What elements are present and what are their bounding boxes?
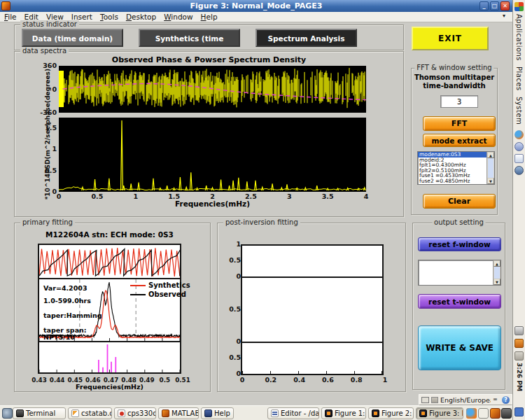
window-titlebar[interactable]: Figure 3: Normal_Mode_PAGE3 xyxy=(0,0,512,12)
scroll-down-icon[interactable] xyxy=(487,178,494,184)
firefox-tray-icon[interactable] xyxy=(466,408,477,419)
taskbar-item-help[interactable]: Help xyxy=(201,407,234,419)
layout-menu-icon[interactable] xyxy=(493,396,500,403)
matlab-tray-icon[interactable] xyxy=(490,408,500,419)
taskbar-item-terminal[interactable]: Terminal xyxy=(13,407,66,419)
output-setting-panel: output setting reset f-window reset t-wi… xyxy=(412,223,505,390)
menu-tools[interactable]: Tools xyxy=(100,13,118,21)
window-tray-icon[interactable] xyxy=(478,408,489,419)
display-tray-icon[interactable] xyxy=(501,408,512,419)
synthetics-time-domain-button[interactable]: Synthetics (time domain) xyxy=(139,29,240,47)
psd-peak xyxy=(190,172,192,190)
tick-label: 3 xyxy=(277,193,301,200)
keyboard-layout-label[interactable]: English/European xyxy=(440,396,491,404)
printer-icon[interactable] xyxy=(514,326,524,335)
tick-label: 0.2 xyxy=(259,377,283,384)
applications-menu[interactable]: Applications xyxy=(515,14,523,61)
scrollbar-thumb[interactable] xyxy=(494,267,500,279)
menu-help[interactable]: Help xyxy=(201,13,218,21)
maximize-icon[interactable] xyxy=(490,1,499,10)
fit-xlabel: Frequencies(mHz) xyxy=(38,383,181,391)
tick-label: 0 xyxy=(47,193,71,200)
menu-desktop[interactable]: Desktop xyxy=(126,13,156,21)
tick-label: 0.8 xyxy=(344,377,368,384)
output-listbox[interactable] xyxy=(418,260,501,286)
tick-label: 1.5 xyxy=(37,125,57,132)
status-indicator-panel: status indicator Data (time domain) Synt… xyxy=(14,24,404,50)
psd-peak xyxy=(281,188,283,190)
mode-stem-plot[interactable] xyxy=(38,341,181,374)
dock-arrow-icon[interactable]: ▾ xyxy=(503,13,505,19)
keyboard-icon[interactable] xyxy=(421,397,429,403)
scrollbar-thumb[interactable] xyxy=(488,158,493,178)
exit-button[interactable]: EXIT xyxy=(412,27,489,50)
taskbar-item-figure1[interactable]: Figure 1: N... xyxy=(321,407,366,419)
system-menu[interactable]: System xyxy=(515,97,523,125)
psd-peak xyxy=(232,181,234,190)
scrollbar[interactable] xyxy=(486,152,494,184)
psd-plot[interactable] xyxy=(59,118,366,192)
mail-icon[interactable] xyxy=(514,142,524,151)
axis-tick-mark xyxy=(242,371,243,374)
clear-button[interactable]: Clear xyxy=(423,194,496,209)
observed-legend-swatch xyxy=(130,294,146,295)
archive-icon[interactable] xyxy=(514,351,524,360)
taskbar-item-figure3[interactable]: Figure 3: N... xyxy=(416,407,463,419)
scroll-up-icon[interactable] xyxy=(487,152,494,158)
mode-extract-button[interactable]: mode extract xyxy=(423,134,496,147)
scroll-down-icon[interactable] xyxy=(493,279,500,285)
post-inversion-panel: post-inversion fitting 10.500.500.5000.2… xyxy=(217,223,406,392)
psd-peak xyxy=(166,186,168,190)
spectrum-analysis-button[interactable]: Spectrum Analysis xyxy=(255,29,357,47)
mode-listbox[interactable]: modename:0S3modeid:2fplt1=0.4300mHzfplt2… xyxy=(417,151,495,185)
menu-window[interactable]: Window xyxy=(164,13,192,21)
scrollbar[interactable] xyxy=(493,260,500,285)
psd-peak xyxy=(286,184,288,190)
show-desktop-icon[interactable] xyxy=(2,408,13,419)
reset-f-window-button[interactable]: reset f-window xyxy=(418,237,501,251)
tick-label: -360 xyxy=(37,109,57,116)
browser-icon[interactable] xyxy=(514,130,524,139)
time-bandwidth-input[interactable]: 3 xyxy=(440,95,478,108)
monitor-icon[interactable] xyxy=(514,166,524,175)
time-series-strip-plot[interactable] xyxy=(38,244,181,279)
taskbar-item-figure2[interactable]: Figure 2: N... xyxy=(368,407,414,419)
reset-t-window-button[interactable]: reset t-window xyxy=(418,294,501,309)
tick-label: 1.5 xyxy=(162,193,186,200)
taskbar-item-cstatab[interactable]: cstatab.c (/... xyxy=(68,407,112,419)
spectra-title: Observed Phase & Powser Spectrum Density xyxy=(15,55,403,64)
menu-file[interactable]: File xyxy=(4,13,17,21)
post-inversion-plots[interactable] xyxy=(241,244,384,375)
data-time-domain-button[interactable]: Data (time domain) xyxy=(22,29,123,47)
mode-list-item[interactable]: fuse2 =0.4850mHz xyxy=(418,178,486,184)
matlab-figure-window: Figure 3: Normal_Mode_PAGE3 File Edit Vi… xyxy=(0,0,512,405)
tick-label: 0.5 xyxy=(221,354,241,361)
tick-label: 1 xyxy=(221,241,241,248)
minimize-icon[interactable] xyxy=(479,1,489,10)
phase-spectrum-plot[interactable] xyxy=(59,66,366,113)
axis-tick-mark xyxy=(382,371,382,374)
places-menu[interactable]: Places xyxy=(515,66,523,91)
scroll-up-icon[interactable] xyxy=(493,260,500,267)
package-icon[interactable] xyxy=(514,339,524,348)
write-save-button[interactable]: WRITE & SAVE xyxy=(418,326,501,370)
subplot-divider xyxy=(242,342,382,343)
side-panel: Applications Places System 3:26 PM xyxy=(512,0,525,420)
axis-tick-mark xyxy=(298,371,299,374)
help-icon[interactable] xyxy=(502,396,510,404)
writer-icon[interactable] xyxy=(514,154,524,163)
spectrum-fit-plot[interactable]: Var=4.2003 1.0-599.0hrs taper:Hamming ta… xyxy=(38,278,181,342)
workspace-switcher-icon[interactable] xyxy=(514,407,524,416)
fft-button[interactable]: FFT xyxy=(423,116,496,131)
tick-label: 0.5 xyxy=(221,306,241,313)
distro-menu-icon[interactable] xyxy=(514,2,524,11)
close-icon[interactable] xyxy=(500,1,510,10)
help-icon xyxy=(204,410,212,417)
tick-label: 0.5 xyxy=(85,193,109,200)
layout-flag-icon[interactable] xyxy=(431,397,438,403)
tick-label: 1 xyxy=(373,377,397,384)
taskbar-item-editor[interactable]: Editor - /dat... xyxy=(267,407,319,419)
taskbar-item-matlab[interactable]: MATLAB 7.... xyxy=(158,407,199,419)
taskbar-item-pdf[interactable]: cps330o.pdf xyxy=(114,407,156,419)
panel-label: data spectra xyxy=(20,47,69,55)
